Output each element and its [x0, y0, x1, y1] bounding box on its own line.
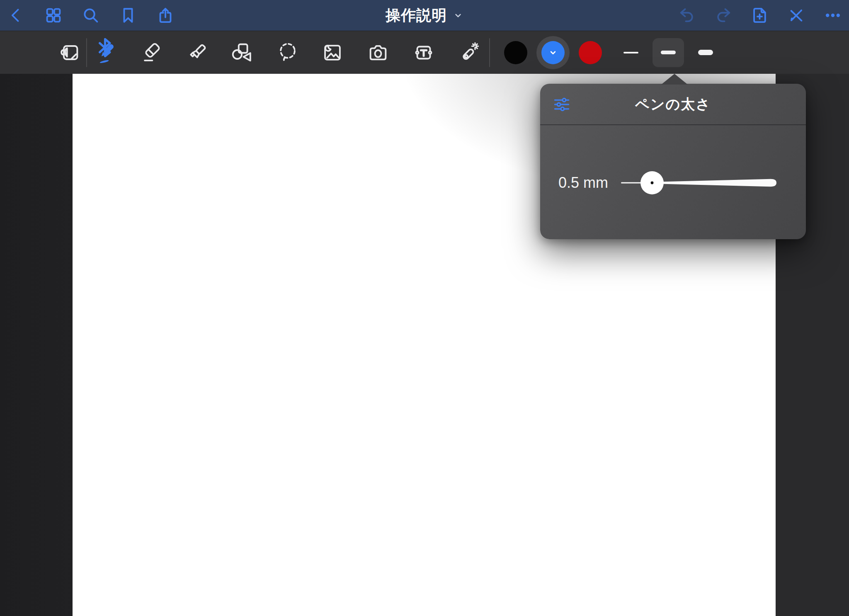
page-grid-icon	[44, 6, 63, 24]
shapes-icon	[230, 41, 254, 65]
undo-button[interactable]	[677, 5, 697, 26]
page-title: 操作説明	[386, 5, 447, 26]
color-swatch-blue-selected[interactable]	[536, 36, 570, 69]
chevron-down-icon	[548, 47, 558, 58]
undo-icon	[678, 6, 696, 24]
back-icon	[7, 6, 25, 24]
search-button[interactable]	[80, 5, 101, 26]
laser-pointer-icon	[456, 41, 480, 65]
thickness-medium-button[interactable]	[653, 38, 684, 67]
bookmark-button[interactable]	[118, 5, 138, 26]
pen-tool-button[interactable]	[93, 37, 119, 68]
add-page-icon	[751, 6, 769, 24]
lasso-tool-button[interactable]	[274, 37, 301, 68]
thickness-slider-row: 0.5 mm	[540, 125, 806, 239]
popover-title: ペンの太さ	[540, 84, 806, 125]
lasso-icon	[276, 41, 300, 65]
stylus-disconnect-icon	[787, 6, 805, 24]
thumbnails-button[interactable]	[43, 5, 64, 26]
nav-left-group	[6, 0, 176, 31]
back-button[interactable]	[6, 5, 27, 26]
highlighter-tool-button[interactable]	[184, 37, 211, 68]
navigation-bar: 操作説明	[0, 0, 849, 31]
toolbar-divider	[86, 38, 87, 67]
eraser-icon	[140, 41, 164, 65]
thickness-slider[interactable]	[614, 168, 784, 198]
bluetooth-icon	[93, 36, 117, 60]
laser-pointer-button[interactable]	[455, 37, 482, 68]
stylus-disconnect-button[interactable]	[786, 5, 807, 26]
tool-ribbon	[0, 31, 849, 74]
share-icon	[156, 6, 175, 24]
add-page-button[interactable]	[750, 5, 770, 26]
thickness-thick-button[interactable]	[690, 38, 721, 67]
color-swatch-red[interactable]	[573, 35, 608, 70]
camera-tool-button[interactable]	[365, 37, 391, 68]
nav-right-group	[677, 0, 843, 31]
pen-thickness-popover: ペンの太さ 0.5 mm	[540, 84, 806, 239]
highlighter-icon	[185, 41, 209, 65]
more-icon	[824, 6, 842, 24]
bookmark-icon	[119, 6, 137, 24]
thickness-value-label: 0.5 mm	[558, 174, 608, 192]
image-tool-button[interactable]	[319, 37, 346, 68]
chevron-down-icon	[453, 10, 463, 21]
text-icon	[412, 41, 436, 65]
share-button[interactable]	[155, 5, 176, 26]
view-mode-button[interactable]	[56, 37, 83, 68]
more-button[interactable]	[822, 5, 843, 26]
eraser-tool-button[interactable]	[138, 37, 165, 68]
camera-icon	[366, 41, 390, 65]
image-icon	[320, 41, 344, 65]
color-swatch-black[interactable]	[498, 35, 533, 70]
thickness-thin-button[interactable]	[615, 38, 647, 67]
text-tool-button[interactable]	[410, 37, 437, 68]
view-mode-icon	[58, 41, 82, 65]
notes-app: 操作説明	[0, 0, 849, 616]
shapes-tool-button[interactable]	[229, 37, 255, 68]
redo-button[interactable]	[713, 5, 734, 26]
redo-icon	[714, 6, 733, 24]
toolbar-divider	[489, 38, 490, 67]
search-icon	[82, 6, 100, 24]
popover-header: ペンの太さ	[540, 84, 806, 125]
